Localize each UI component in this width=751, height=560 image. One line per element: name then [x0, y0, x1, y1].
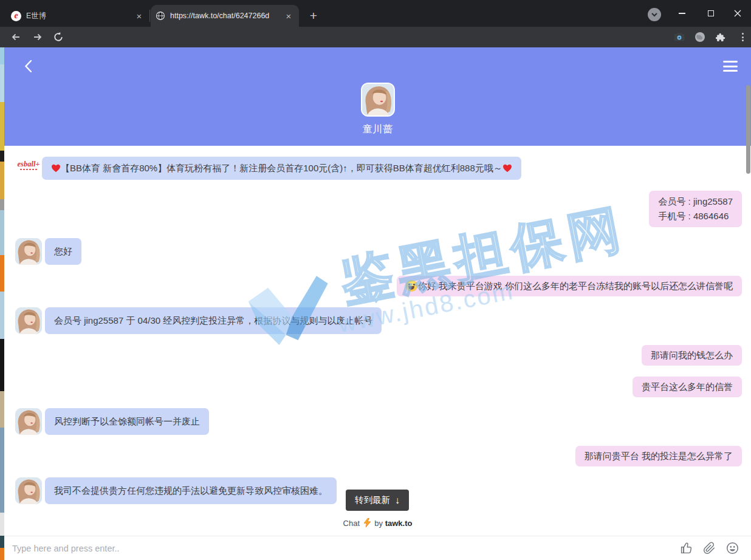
tab-label: https://tawk.to/chat/6247266d	[170, 12, 278, 20]
forward-button[interactable]	[32, 31, 44, 43]
reload-button[interactable]	[52, 31, 64, 43]
down-arrow-icon: ↓	[395, 495, 400, 506]
branding-by-label: by	[374, 519, 383, 528]
branding-chat-label: Chat	[343, 519, 360, 528]
esball-logo: esball+	[15, 160, 42, 170]
scrollbar-thumb[interactable]	[746, 85, 750, 174]
back-button[interactable]	[10, 31, 22, 43]
message-row: 那请问贵平台 我的投注是怎么异常了	[4, 446, 751, 466]
chat-bubble: 那请问贵平台 我的投注是怎么异常了	[575, 446, 742, 466]
message-row: 风控判断予以全馀额同帐号一并废止	[4, 408, 751, 435]
attachment-paperclip-icon[interactable]	[703, 542, 716, 555]
background-page-sliver	[0, 47, 4, 560]
jump-to-latest-label: 转到最新	[355, 494, 390, 506]
tawk-branding: Chat by tawk.to	[4, 518, 751, 528]
message-row: 贵平台这么多年的信誉	[4, 377, 751, 397]
window-maximize-button[interactable]	[698, 0, 724, 27]
window-close-button[interactable]	[724, 0, 751, 27]
composer	[4, 536, 751, 560]
chat-bubble: 那请问我的钱怎么办	[642, 345, 742, 366]
thumbs-up-icon[interactable]	[680, 542, 693, 555]
tab-bar: e E世博 × https://tawk.to/chat/6247266d × …	[0, 0, 751, 27]
tab-separator	[149, 10, 150, 22]
tab-tawkto[interactable]: https://tawk.to/chat/6247266d ×	[151, 5, 299, 27]
agent-avatar	[15, 477, 42, 504]
chat-header: 童川蔷	[4, 47, 751, 146]
message-row: 那请问我的钱怎么办	[4, 345, 751, 366]
camera-extension-icon[interactable]	[673, 31, 685, 43]
globe-extension-icon[interactable]	[694, 31, 706, 43]
chat-bubble: 您好	[45, 238, 81, 265]
message-list: esball+【BB体育 新會首存80%】体育玩粉有福了！新注册会员首存100元…	[4, 146, 751, 504]
heart-icon	[502, 163, 512, 173]
agent-avatar	[15, 238, 42, 265]
tab-search-icon[interactable]	[648, 8, 661, 21]
message-row: 您好	[4, 238, 751, 265]
chat-bubble: 贵平台这么多年的信誉	[633, 377, 742, 397]
chat-bubble: 会员号 jing25587 于 04/30 经风控判定投注异常，根据协议与规则与…	[45, 307, 382, 334]
window-minimize-button[interactable]	[668, 0, 695, 27]
agent-name: 童川蔷	[4, 123, 751, 136]
browser-window: e E世博 × https://tawk.to/chat/6247266d × …	[0, 0, 751, 560]
chat-bubble: 你好 我来贵平台游戏 你们这么多年的老平台冻结我的账号以后还怎么讲信誉呢	[397, 276, 742, 296]
lightning-bolt-icon	[364, 518, 371, 527]
tab-close-icon[interactable]: ×	[134, 10, 145, 21]
globe-favicon-icon	[156, 11, 165, 21]
message-input[interactable]	[4, 544, 680, 553]
chat-back-icon[interactable]	[20, 58, 36, 74]
message-row: 你好 我来贵平台游戏 你们这么多年的老平台冻结我的账号以后还怎么讲信誉呢	[4, 276, 751, 296]
chat-bubble: 我司不会提供贵方任何您违规的手法以避免更新导致风控审核困难。	[45, 477, 337, 504]
grinning-emoji-icon	[406, 280, 417, 292]
heart-icon	[51, 163, 61, 173]
tab-close-icon[interactable]: ×	[283, 10, 294, 21]
new-tab-button[interactable]: +	[305, 7, 322, 24]
tab-eshibo[interactable]: e E世博 ×	[6, 5, 149, 27]
agent-avatar	[361, 83, 395, 117]
browser-menu-icon[interactable]	[736, 31, 749, 43]
message-row: 会员号 jing25587 于 04/30 经风控判定投注异常，根据协议与规则与…	[4, 307, 751, 334]
eshibo-favicon-icon: e	[11, 11, 21, 21]
extensions-puzzle-icon[interactable]	[715, 31, 727, 43]
emoji-smiley-icon[interactable]	[726, 542, 739, 555]
browser-toolbar: tawk.to/chat/6247266d0bfe3f4a87710d81/1f…	[0, 27, 751, 47]
chat-bubble: 风控判断予以全馀额同帐号一并废止	[45, 408, 209, 435]
tab-label: E世博	[26, 11, 129, 21]
chat-menu-icon[interactable]	[723, 61, 738, 72]
jump-to-latest-button[interactable]: 转到最新 ↓	[346, 490, 409, 511]
chat-bubble: 会员号 : jing25587手机号 : 4864646	[649, 191, 742, 227]
message-row: 会员号 : jing25587手机号 : 4864646	[4, 191, 751, 227]
agent-avatar	[15, 408, 42, 435]
agent-avatar	[15, 307, 42, 334]
tawkto-link[interactable]: tawk.to	[385, 519, 413, 528]
composer-icons	[680, 542, 751, 555]
message-row: esball+【BB体育 新會首存80%】体育玩粉有福了！新注册会员首存100元…	[4, 157, 751, 180]
chat-bubble: 【BB体育 新會首存80%】体育玩粉有福了！新注册会员首存100元(含)↑，即可…	[42, 157, 521, 180]
